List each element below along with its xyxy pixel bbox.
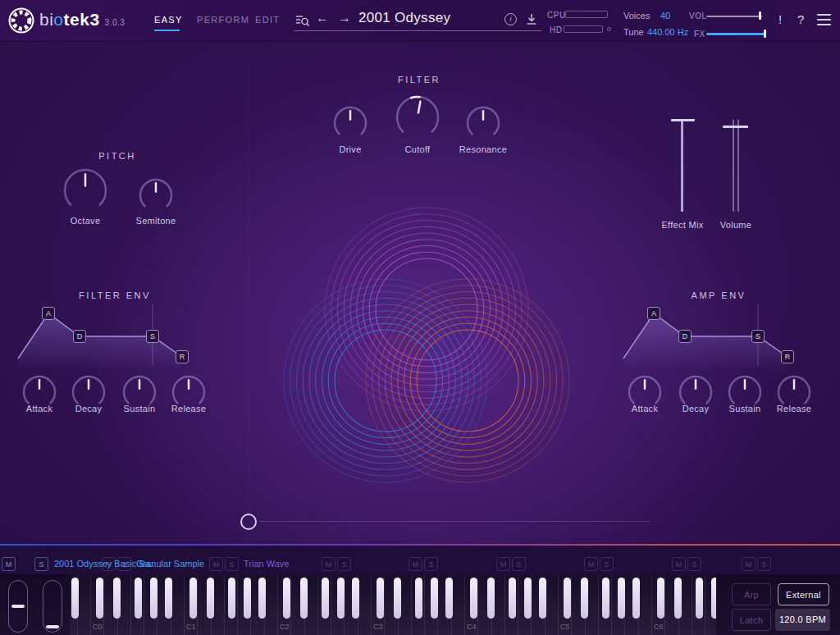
env-node-decay[interactable]: D (73, 330, 86, 343)
black-key[interactable] (135, 578, 142, 619)
layer3-mute-button[interactable]: M (209, 557, 223, 571)
white-key[interactable] (77, 574, 90, 635)
tab-easy[interactable]: EASY (154, 15, 183, 25)
empty-layer-mute-button[interactable]: M (742, 557, 756, 571)
black-key[interactable] (674, 578, 682, 619)
black-key[interactable] (431, 578, 438, 619)
env-node-release[interactable]: R (781, 350, 794, 363)
layer3-name[interactable]: Trian Wave (244, 559, 289, 569)
empty-layer-solo-button[interactable]: S (424, 557, 438, 571)
black-key[interactable] (524, 578, 532, 619)
tab-edit[interactable]: EDIT (255, 15, 280, 25)
black-key[interactable] (711, 578, 717, 619)
empty-layer-mute-button[interactable]: M (409, 557, 422, 571)
black-key[interactable] (445, 578, 453, 619)
morph-slider-track[interactable] (259, 521, 650, 522)
black-key[interactable] (657, 578, 664, 619)
white-key[interactable] (451, 574, 464, 635)
black-key[interactable] (487, 578, 495, 619)
black-key[interactable] (96, 578, 103, 619)
amp-envelope[interactable]: A D S R (614, 304, 802, 371)
drive-knob[interactable] (331, 104, 369, 145)
empty-layer-mute-button[interactable]: M (322, 557, 336, 571)
fx-slider-handle[interactable] (764, 30, 766, 38)
env-node-sustain[interactable]: S (751, 330, 765, 343)
black-key[interactable] (337, 578, 345, 619)
cutoff-knob[interactable] (394, 94, 441, 144)
black-key[interactable] (189, 578, 197, 619)
black-key[interactable] (244, 578, 251, 619)
black-key[interactable] (602, 578, 609, 619)
white-key[interactable] (545, 574, 558, 635)
black-key[interactable] (300, 578, 308, 619)
empty-layer-solo-button[interactable]: S (512, 557, 526, 571)
black-key[interactable] (618, 578, 625, 619)
black-key[interactable] (165, 578, 172, 619)
preset-download-icon[interactable] (525, 13, 538, 26)
env-node-decay[interactable]: D (678, 330, 692, 343)
black-key[interactable] (470, 578, 477, 619)
filter-envelope[interactable]: A D S R (8, 304, 197, 371)
black-key[interactable] (71, 578, 79, 619)
white-key[interactable] (264, 574, 277, 635)
tune-value[interactable]: 440.00 Hz (647, 27, 688, 37)
empty-layer-mute-button[interactable]: M (584, 557, 598, 571)
black-key[interactable] (539, 578, 546, 619)
black-key[interactable] (415, 578, 422, 619)
black-key[interactable] (696, 578, 703, 619)
black-key[interactable] (258, 578, 266, 619)
external-button[interactable]: External (778, 583, 829, 605)
vol-slider-handle[interactable] (759, 11, 761, 20)
morph-slider-handle[interactable] (240, 514, 257, 530)
arp-button[interactable]: Arp (732, 583, 771, 605)
layer3-solo-button[interactable]: S (225, 557, 239, 571)
env-node-attack[interactable]: A (42, 307, 55, 320)
empty-layer-solo-button[interactable]: S (337, 557, 351, 571)
mod-wheel[interactable] (43, 580, 62, 633)
volume-handle[interactable] (723, 126, 748, 128)
octave-knob[interactable] (62, 167, 109, 217)
preset-name[interactable]: 2001 Odyssey (358, 10, 450, 26)
black-key[interactable] (564, 578, 571, 619)
menu-icon[interactable] (817, 14, 831, 29)
help-icon[interactable]: ? (797, 12, 804, 26)
layer2-solo-button[interactable]: S (117, 557, 131, 571)
env-node-release[interactable]: R (176, 350, 189, 363)
black-key[interactable] (207, 578, 214, 619)
black-key[interactable] (113, 578, 121, 619)
tab-perform[interactable]: PERFORM (197, 15, 249, 25)
effect-mix-handle[interactable] (671, 119, 695, 121)
semitone-knob[interactable] (137, 176, 175, 217)
fx-slider[interactable] (706, 33, 765, 35)
volume-slider[interactable] (733, 120, 734, 212)
alert-icon[interactable]: ! (778, 12, 782, 26)
voices-value[interactable]: 40 (660, 11, 670, 21)
empty-layer-mute-button[interactable]: M (672, 557, 686, 571)
black-key[interactable] (228, 578, 235, 619)
preset-info-icon[interactable]: i (504, 13, 517, 25)
layer2-mute-button[interactable]: M (102, 557, 116, 571)
layer2-name[interactable]: Granular Sample (136, 559, 204, 569)
black-key[interactable] (632, 578, 640, 619)
black-key[interactable] (150, 578, 158, 619)
layer1-mute-button[interactable]: M (2, 557, 16, 571)
black-key[interactable] (352, 578, 359, 619)
black-key[interactable] (581, 578, 588, 619)
effect-mix-slider[interactable] (681, 120, 683, 212)
resonance-knob[interactable] (464, 104, 502, 145)
volume-slider-track2[interactable] (737, 120, 739, 212)
empty-layer-solo-button[interactable]: S (757, 557, 771, 571)
preset-next-icon[interactable]: → (338, 11, 351, 25)
empty-layer-mute-button[interactable]: M (496, 557, 510, 571)
env-node-sustain[interactable]: S (146, 330, 159, 343)
preset-search-icon[interactable] (295, 14, 310, 28)
black-key[interactable] (322, 578, 329, 619)
latch-button[interactable]: Latch (732, 609, 771, 631)
black-key[interactable] (509, 578, 516, 619)
empty-layer-solo-button[interactable]: S (600, 557, 614, 571)
preset-prev-icon[interactable]: ← (316, 11, 329, 25)
vol-slider[interactable] (706, 16, 762, 17)
black-key[interactable] (377, 578, 384, 619)
white-key[interactable] (358, 574, 371, 635)
white-key[interactable] (638, 574, 651, 635)
